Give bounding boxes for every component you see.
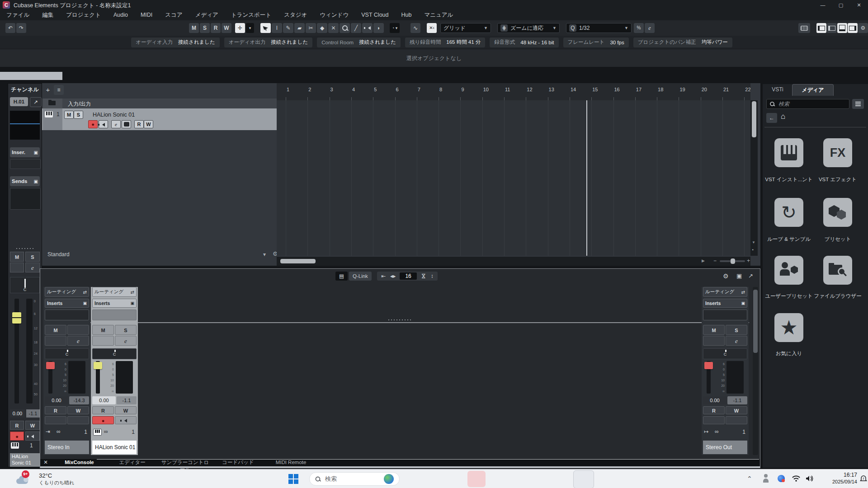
inspector-toggle[interactable] bbox=[827, 23, 837, 33]
right-zone-toggle[interactable] bbox=[848, 23, 858, 33]
strip-record-button[interactable]: ● bbox=[92, 416, 114, 424]
updown-icon[interactable]: ↕ bbox=[429, 273, 436, 279]
qlink-button[interactable]: Q-Link bbox=[349, 272, 372, 281]
strip-mute-button[interactable]: M bbox=[92, 325, 114, 335]
sends-section-button[interactable]: Sends▣ bbox=[10, 176, 40, 186]
fader-cap fcap[interactable] bbox=[12, 312, 21, 324]
lowerzone-tab-MIDI Remote[interactable]: MIDI Remote bbox=[264, 459, 317, 466]
tray-person-icon[interactable] bbox=[762, 474, 769, 483]
strip-solo-button[interactable] bbox=[67, 325, 89, 335]
routing-section[interactable]: ルーティング⇄ bbox=[45, 287, 89, 297]
zoom-tool[interactable] bbox=[340, 23, 350, 33]
track-record-button[interactable]: ● bbox=[88, 120, 98, 128]
strip-pan-control[interactable]: C bbox=[45, 348, 89, 359]
media-tile-loop[interactable]: ↻ bbox=[774, 198, 803, 227]
fit-channels-icon[interactable]: ⋈ bbox=[420, 271, 427, 281]
mute-tool[interactable]: ✕ bbox=[328, 23, 339, 33]
media-tile-file-browser[interactable] bbox=[823, 256, 852, 285]
tray-chevron-icon[interactable]: ⌃ bbox=[747, 475, 752, 482]
setup-gear-icon[interactable]: ⚙ bbox=[858, 23, 868, 33]
mixer-rack-icon[interactable]: ▤ bbox=[335, 272, 348, 281]
strip-solo-button[interactable]: S bbox=[115, 325, 137, 335]
automation-w-button[interactable]: W bbox=[222, 23, 231, 33]
wifi-icon[interactable] bbox=[792, 475, 800, 482]
vzoom-down-icon[interactable]: ▼ bbox=[752, 240, 755, 244]
channel-fader[interactable] bbox=[14, 299, 19, 404]
undo-icon[interactable]: ↶ bbox=[5, 23, 15, 33]
strip-read-button[interactable]: R bbox=[45, 406, 66, 414]
routing-section[interactable]: ルーティング⇄ bbox=[92, 287, 137, 297]
insert-slot[interactable] bbox=[703, 310, 747, 320]
automation-s-button[interactable]: S bbox=[200, 23, 210, 33]
tab-VSTi[interactable]: VSTi bbox=[766, 84, 789, 95]
status-プロジェクトのパン補正[interactable]: プロジェクトのパン補正均等パワー bbox=[633, 38, 732, 47]
taskbar-search[interactable]: 検索 bbox=[309, 472, 400, 486]
horizontal-scrollbar[interactable]: ▶−+ bbox=[277, 257, 750, 266]
strip-mute-button[interactable]: M bbox=[703, 325, 725, 335]
mixer-center-handle[interactable] bbox=[388, 319, 413, 320]
lowerzone-tab-サンプラーコントロール[interactable]: サンプラーコントロール bbox=[159, 459, 212, 466]
snap-icon[interactable]: ✕‹ bbox=[427, 23, 437, 33]
strip-read-button[interactable]: R bbox=[703, 406, 725, 414]
menu-MIDI[interactable]: MIDI bbox=[134, 10, 159, 20]
status-Control Room[interactable]: Control Room接続されました bbox=[317, 38, 401, 47]
media-tile-star[interactable]: ★ bbox=[774, 313, 803, 342]
channel-mute-button[interactable]: M bbox=[10, 252, 24, 262]
redo-icon[interactable]: ↷ bbox=[16, 23, 26, 33]
range-selection-tool[interactable]: I bbox=[272, 23, 282, 33]
strip-fader[interactable] bbox=[707, 361, 711, 394]
menu-プロジェクト[interactable]: プロジェクト bbox=[60, 10, 107, 20]
taskbar-clock[interactable]: 16:172025/09/14 bbox=[825, 472, 857, 484]
lower-zone-toggle[interactable] bbox=[837, 23, 847, 33]
grid-type-dropdown[interactable]: ⋕ズームに適応▼ bbox=[497, 23, 560, 33]
step-left-icon[interactable]: ⇤ bbox=[379, 273, 388, 279]
mixer-window-icon[interactable]: ▣ bbox=[736, 272, 742, 279]
timeline-ruler[interactable]: 12345678910111213141516171819202122 bbox=[277, 83, 750, 101]
strip-monitor-button[interactable] bbox=[67, 416, 89, 424]
object-selection-tool[interactable] bbox=[260, 23, 271, 33]
lowerzone-tab-エディター[interactable]: エディター bbox=[106, 459, 159, 466]
close-lower-zone-icon[interactable]: ✕ bbox=[42, 459, 49, 466]
strip-pan-control[interactable]: C bbox=[703, 348, 747, 359]
comp-tool-icon[interactable]: ◔ ▾ bbox=[390, 23, 400, 33]
snap-follow-icon[interactable]: ∿ bbox=[410, 23, 420, 33]
media-tile-fx[interactable]: FX bbox=[823, 138, 852, 167]
erase-tool[interactable]: ▰ bbox=[294, 23, 305, 33]
inserts-section-button[interactable]: Inser.▣ bbox=[10, 147, 40, 157]
auto-scroll-icon[interactable]: ✛ bbox=[235, 23, 245, 33]
mixer-external-icon[interactable]: ↗ bbox=[748, 272, 753, 279]
mixer-strip-halion-sonic-01[interactable]: ルーティング⇄Inserts▣MSeC6051020∞0.00-1.1RW●∞1… bbox=[91, 287, 138, 455]
track-monitor-button[interactable] bbox=[99, 120, 108, 128]
strip-edit-button[interactable]: e bbox=[67, 336, 89, 346]
media-search-box[interactable]: 検索 bbox=[766, 99, 849, 109]
eq-curve-display[interactable] bbox=[10, 111, 40, 140]
open-channel-window-icon[interactable]: ↗ bbox=[30, 97, 42, 107]
split-tool[interactable]: ✂ bbox=[306, 23, 316, 33]
back-icon[interactable]: ← bbox=[766, 113, 777, 123]
volume-icon[interactable] bbox=[806, 475, 814, 482]
play-tool[interactable] bbox=[362, 23, 373, 33]
strip-monitor-button[interactable] bbox=[115, 416, 137, 424]
media-tile-hexagons[interactable] bbox=[823, 198, 852, 227]
insert-slot[interactable] bbox=[92, 310, 137, 320]
draw-tool[interactable]: ✎ bbox=[283, 23, 293, 33]
minimize-button[interactable]: — bbox=[814, 0, 832, 10]
channel-solo-button[interactable]: S bbox=[25, 252, 40, 262]
tab-メディア[interactable]: メディア bbox=[792, 84, 834, 96]
grid-dropdown[interactable]: グリッド▼ bbox=[440, 23, 491, 33]
left-zone-toggle[interactable] bbox=[816, 23, 826, 33]
media-tile-user-hexagons[interactable] bbox=[774, 256, 803, 285]
list-view-icon[interactable] bbox=[852, 99, 864, 109]
lowerzone-tab-MixConsole[interactable]: MixConsole bbox=[53, 459, 106, 466]
track-instrument-button[interactable] bbox=[122, 120, 131, 128]
menu-Audio[interactable]: Audio bbox=[107, 10, 134, 20]
preset-caret-icon[interactable]: ▾ bbox=[263, 251, 266, 258]
channel-pan-control[interactable]: C bbox=[10, 277, 40, 293]
zoom-in-icon[interactable]: + bbox=[747, 258, 750, 264]
strip-edit-button[interactable]: e bbox=[726, 336, 747, 346]
track-preset-button[interactable]: ≡ bbox=[54, 85, 64, 95]
menu-マニュアル[interactable]: マニュアル bbox=[418, 10, 459, 20]
menu-スコア[interactable]: スコア bbox=[159, 10, 189, 20]
hzoom-thumb[interactable] bbox=[731, 258, 735, 264]
mixer-gear-icon[interactable]: ⚙ bbox=[723, 272, 729, 280]
